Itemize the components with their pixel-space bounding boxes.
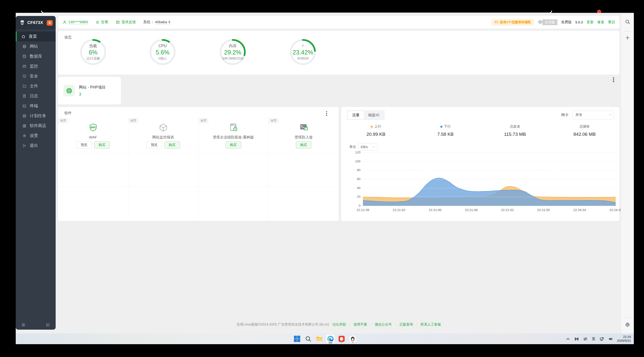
tray-sliders-icon[interactable] bbox=[583, 337, 588, 341]
enterprise-label[interactable]: 企业版 bbox=[542, 19, 558, 25]
repair-link[interactable]: 修复 bbox=[597, 20, 604, 25]
website-count[interactable]: 3 bbox=[79, 92, 81, 97]
top-bar-left: 135****6965 告警 需求反馈 系统： Alibaba 3 bbox=[62, 20, 170, 25]
footer-link[interactable]: 正版查询 bbox=[400, 322, 413, 326]
unit-value: KB/s bbox=[361, 145, 368, 149]
system-info[interactable]: 系统： Alibaba 3 bbox=[143, 20, 170, 25]
tray-m-app-icon[interactable] bbox=[574, 337, 579, 341]
preview-button[interactable]: 预览 bbox=[146, 141, 162, 149]
gauge-0: 负载 6% 运行流畅 bbox=[79, 38, 108, 71]
x-tick bbox=[435, 206, 436, 207]
buy-button[interactable]: 购买 bbox=[164, 141, 180, 149]
alarm-icon bbox=[95, 20, 100, 25]
menu-list-icon[interactable] bbox=[46, 323, 50, 327]
volume-icon[interactable] bbox=[608, 337, 613, 341]
update-link[interactable]: 更新 bbox=[587, 20, 594, 25]
clock-time: 22:24 bbox=[617, 335, 631, 339]
edge-browser[interactable] bbox=[326, 334, 335, 343]
y-tick-label: 40 bbox=[351, 186, 360, 190]
add-icon[interactable] bbox=[625, 35, 630, 41]
restart-link[interactable]: 重启 bbox=[608, 20, 615, 25]
sidebar-item-shield[interactable]: 安全 bbox=[16, 71, 56, 81]
netcard-select[interactable]: 所有 bbox=[572, 111, 614, 119]
svg-text:WAF: WAF bbox=[90, 126, 96, 129]
account-phone[interactable]: 135****6965 bbox=[68, 20, 88, 25]
y-tick-label: 80 bbox=[351, 168, 360, 172]
monitor-tabs: 流量磁盘IO bbox=[347, 110, 385, 120]
coupon-banner[interactable]: 您有2个优惠券待领取 bbox=[491, 19, 534, 26]
windows-start[interactable] bbox=[293, 334, 302, 343]
sidebar-item-label: 计划任务 bbox=[30, 113, 46, 119]
sidebar-item-file-text[interactable]: 日志 bbox=[16, 91, 56, 101]
sidebar-item-terminal[interactable]: 终端 bbox=[16, 101, 56, 111]
sidebar-item-database[interactable]: 数据库 bbox=[16, 51, 56, 61]
legend-dot bbox=[371, 126, 373, 128]
network-icon[interactable] bbox=[600, 337, 604, 341]
enterprise-badge[interactable]: 企业版 bbox=[538, 19, 558, 25]
stat-value: 20.99 KB bbox=[341, 132, 411, 137]
gridline bbox=[363, 161, 616, 162]
alarm-item[interactable]: 告警 bbox=[95, 20, 108, 25]
ime-indicator[interactable]: 英 bbox=[592, 337, 595, 341]
stat-value: 842.06 MB bbox=[550, 132, 620, 137]
waf-shield-icon: WAF bbox=[88, 122, 99, 133]
sidebar: CF673X 0 首页网站数据库监控安全文件日志终端计划任务软件商店设置退出 bbox=[16, 16, 56, 330]
footer-link[interactable]: 论坛求助 bbox=[332, 322, 346, 326]
file-explorer[interactable] bbox=[315, 334, 324, 343]
logout-icon bbox=[22, 144, 26, 148]
footer-link[interactable]: 使用手册 bbox=[354, 322, 367, 326]
y-tick-label: 20 bbox=[351, 195, 360, 198]
version-number[interactable]: 9.6.0 bbox=[575, 20, 583, 24]
stat-value: 7.58 KB bbox=[411, 132, 480, 137]
x-axis-line bbox=[363, 206, 616, 206]
empty-grid-cell bbox=[58, 187, 128, 221]
status-title: 状态 bbox=[64, 35, 72, 40]
sidebar-item-home[interactable]: 首页 bbox=[16, 32, 56, 41]
buy-button[interactable]: 购买 bbox=[94, 141, 110, 149]
terminal-lock-icon bbox=[298, 122, 309, 133]
footer-link[interactable]: 联系人工客服 bbox=[420, 322, 441, 326]
settings-gear-icon[interactable] bbox=[625, 322, 630, 327]
sidebar-item-globe[interactable]: 网站 bbox=[16, 41, 56, 51]
tab-traffic[interactable]: 流量 bbox=[348, 111, 364, 119]
sidebar-item-folder[interactable]: 文件 bbox=[16, 81, 56, 91]
search-icon[interactable] bbox=[625, 19, 630, 25]
software-more-icon[interactable] bbox=[326, 111, 327, 116]
sidebar-item-calendar[interactable]: 计划任务 bbox=[16, 111, 56, 121]
feedback-icon bbox=[116, 20, 120, 25]
feedback-item[interactable]: 需求反馈 bbox=[116, 20, 136, 25]
website-row-more-icon[interactable] bbox=[613, 78, 614, 82]
buy-button[interactable]: 购买 bbox=[296, 141, 311, 149]
message-count-badge[interactable]: 0 bbox=[47, 20, 53, 26]
buy-button[interactable]: 购买 bbox=[226, 141, 241, 149]
tab-disk-io[interactable]: 磁盘IO bbox=[364, 111, 384, 119]
preview-button[interactable]: 预览 bbox=[76, 141, 92, 149]
system-value[interactable]: Alibaba 3 bbox=[155, 20, 170, 25]
taskbar-clock[interactable]: 22:24 2025/5/21 bbox=[617, 335, 631, 343]
account-item[interactable]: 135****6965 bbox=[62, 20, 88, 25]
sidebar-item-monitor[interactable]: 监控 bbox=[16, 61, 56, 71]
red-office-app[interactable] bbox=[337, 334, 346, 343]
tray-chevron-up-icon[interactable] bbox=[566, 337, 570, 341]
product-name: 堡塔防入侵 bbox=[268, 135, 339, 140]
feedback-label[interactable]: 需求反馈 bbox=[122, 20, 136, 25]
x-tick bbox=[543, 206, 544, 207]
sidebar-item-grid[interactable]: 软件商店 bbox=[16, 121, 56, 131]
sidebar-item-logout[interactable]: 退出 bbox=[16, 141, 56, 151]
rail-divider bbox=[624, 317, 631, 317]
sidebar-item-gear[interactable]: 设置 bbox=[16, 131, 56, 141]
collapse-sidebar-icon[interactable] bbox=[21, 323, 26, 327]
unit-select[interactable]: KB/s bbox=[358, 143, 378, 151]
footer-link[interactable]: 微信公众号 bbox=[375, 322, 392, 326]
website-card[interactable]: 网站 - PHP项目 3 bbox=[58, 77, 121, 104]
alarm-label[interactable]: 告警 bbox=[101, 20, 108, 25]
coupon-text[interactable]: 您有2个优惠券待领取 bbox=[500, 20, 531, 25]
netcard-label: 网卡 bbox=[561, 113, 568, 117]
gauge-label: 负载 bbox=[89, 44, 97, 48]
taskbar-search[interactable] bbox=[304, 334, 312, 343]
qq-app[interactable] bbox=[348, 334, 357, 343]
footer-separator: | bbox=[395, 322, 396, 326]
stat-总接收: 总接收 842.06 MB bbox=[550, 124, 620, 137]
home-icon bbox=[21, 34, 26, 39]
calendar-icon bbox=[22, 114, 26, 118]
